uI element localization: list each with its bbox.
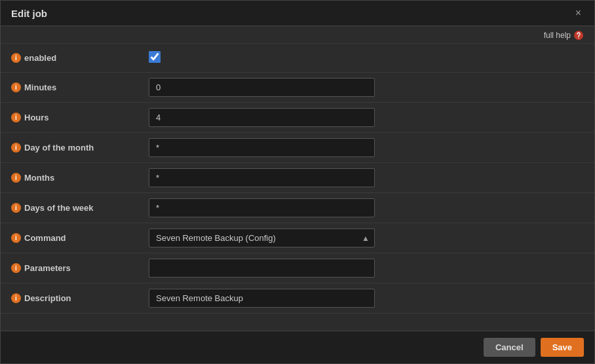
- modal-title: Edit job: [11, 8, 47, 19]
- info-icon-days-of-week: i: [11, 203, 21, 213]
- hours-input[interactable]: [149, 108, 375, 127]
- modal-body: full help i enabled: [1, 26, 594, 331]
- label-text-hours: Hours: [24, 113, 49, 122]
- modal-header: Edit job ×: [1, 1, 594, 26]
- svg-point-1: [578, 37, 579, 38]
- field-day-of-month: i Day of the month: [1, 133, 594, 163]
- info-icon-months: i: [11, 173, 21, 183]
- day-of-month-input[interactable]: [149, 138, 375, 157]
- control-months: [149, 168, 375, 187]
- label-text-command: Command: [24, 233, 66, 243]
- command-select-wrapper: Seven Remote Backup (Config) ▲: [149, 228, 375, 247]
- label-description: i Description: [11, 293, 149, 303]
- control-enabled: [149, 51, 375, 65]
- parameters-input[interactable]: [149, 259, 375, 278]
- label-parameters: i Parameters: [11, 263, 149, 273]
- label-hours: i Hours: [11, 113, 149, 122]
- label-enabled: i enabled: [11, 53, 149, 63]
- field-parameters: i Parameters: [1, 253, 594, 283]
- command-select[interactable]: Seven Remote Backup (Config): [149, 228, 375, 247]
- modal-footer: Cancel Save: [1, 331, 594, 363]
- field-command: i Command Seven Remote Backup (Config) ▲: [1, 223, 594, 253]
- info-icon-minutes: i: [11, 82, 21, 92]
- control-parameters: [149, 259, 375, 278]
- label-minutes: i Minutes: [11, 82, 149, 92]
- label-text-day-of-month: Day of the month: [24, 143, 94, 153]
- label-text-days-of-week: Days of the week: [24, 203, 94, 213]
- label-command: i Command: [11, 233, 149, 243]
- info-icon-command: i: [11, 233, 21, 243]
- label-text-parameters: Parameters: [24, 263, 71, 273]
- control-days-of-week: [149, 198, 375, 217]
- field-days-of-week: i Days of the week: [1, 193, 594, 223]
- control-minutes: [149, 78, 375, 97]
- save-button[interactable]: Save: [541, 338, 584, 357]
- label-text-months: Months: [24, 173, 54, 183]
- modal-overlay: Edit job × full help i enabled: [0, 0, 595, 364]
- full-help-link[interactable]: full help: [544, 30, 584, 41]
- cancel-button[interactable]: Cancel: [484, 338, 535, 357]
- control-day-of-month: [149, 138, 375, 157]
- field-months: i Months: [1, 163, 594, 193]
- info-icon-day-of-month: i: [11, 143, 21, 153]
- field-minutes: i Minutes: [1, 73, 594, 103]
- minutes-input[interactable]: [149, 78, 375, 97]
- info-icon-description: i: [11, 293, 21, 303]
- field-hours: i Hours: [1, 103, 594, 133]
- enabled-checkbox[interactable]: [149, 51, 161, 63]
- control-description: [149, 289, 375, 308]
- control-hours: [149, 108, 375, 127]
- days-of-week-input[interactable]: [149, 198, 375, 217]
- edit-job-modal: Edit job × full help i enabled: [0, 0, 595, 364]
- full-help-label: full help: [544, 31, 571, 40]
- info-icon-enabled: i: [11, 53, 21, 63]
- field-enabled: i enabled: [1, 44, 594, 73]
- info-icon-hours: i: [11, 113, 21, 122]
- label-days-of-week: i Days of the week: [11, 203, 149, 213]
- full-help-row: full help: [1, 26, 594, 44]
- label-months: i Months: [11, 173, 149, 183]
- months-input[interactable]: [149, 168, 375, 187]
- help-toggle-icon: [573, 30, 584, 41]
- info-icon-parameters: i: [11, 263, 21, 273]
- control-command: Seven Remote Backup (Config) ▲: [149, 228, 375, 247]
- close-button[interactable]: ×: [573, 7, 584, 19]
- label-text-enabled: enabled: [24, 53, 56, 63]
- label-text-minutes: Minutes: [24, 82, 56, 92]
- field-description: i Description: [1, 283, 594, 314]
- label-day-of-month: i Day of the month: [11, 143, 149, 153]
- description-input[interactable]: [149, 289, 375, 308]
- label-text-description: Description: [24, 293, 71, 303]
